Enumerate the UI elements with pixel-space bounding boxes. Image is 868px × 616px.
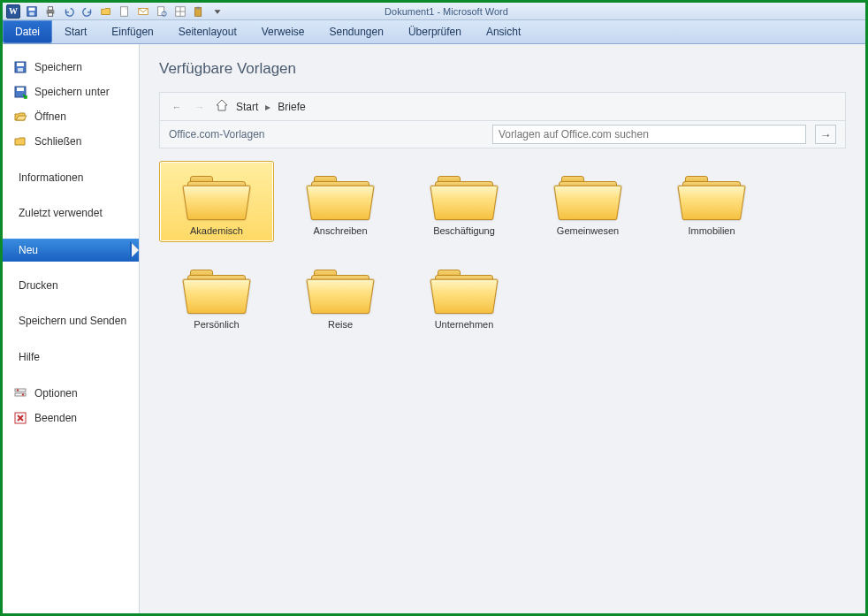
qat-undo-icon[interactable]: [61, 4, 77, 19]
template-label: Immobilien: [688, 225, 735, 236]
qat-open-icon[interactable]: [98, 4, 114, 19]
window-title: Dokument1 - Microsoft Word: [385, 6, 508, 17]
svg-rect-2: [29, 11, 34, 15]
svg-point-23: [22, 393, 24, 395]
sidebar-item-label: Zuletzt verwendet: [19, 207, 103, 221]
sidebar-item-schliessen[interactable]: Schließen: [3, 129, 139, 154]
folder-icon: [680, 171, 743, 222]
tab-einfuegen[interactable]: Einfügen: [99, 20, 165, 43]
sidebar-item-label: Speichern unter: [34, 86, 110, 98]
template-folder-persoenlich[interactable]: Persönlich: [159, 255, 274, 336]
template-folder-akademisch[interactable]: Akademisch: [159, 161, 274, 242]
sidebar-item-speichern-und-senden[interactable]: Speichern und Senden: [3, 309, 139, 334]
nav-back-icon[interactable]: ←: [169, 99, 185, 115]
saveas-icon: [13, 85, 27, 99]
tab-ueberpruefen[interactable]: Überprüfen: [396, 20, 474, 43]
sidebar-item-beenden[interactable]: Beenden: [3, 406, 139, 430]
svg-rect-14: [196, 6, 200, 9]
sidebar-item-zuletzt-verwendet[interactable]: Zuletzt verwendet: [3, 202, 139, 226]
backstage-sidebar: Speichern Speichern unter Öffnen Schließ…: [3, 44, 140, 613]
sidebar-item-label: Hilfe: [19, 351, 40, 363]
options-icon: [13, 386, 27, 400]
open-icon: [13, 110, 27, 124]
backstage-view: Speichern Speichern unter Öffnen Schließ…: [3, 44, 865, 613]
close-icon: [13, 134, 27, 148]
template-label: Anschreiben: [313, 225, 367, 236]
template-label: Persönlich: [194, 319, 239, 330]
qat-table-icon[interactable]: [172, 4, 188, 19]
template-folder-anschreiben[interactable]: Anschreiben: [283, 161, 398, 242]
qat-print-icon[interactable]: [42, 4, 58, 19]
sidebar-item-neu[interactable]: Neu: [3, 239, 139, 262]
sidebar-item-speichern-unter[interactable]: Speichern unter: [3, 80, 139, 104]
tab-seitenlayout[interactable]: Seitenlayout: [166, 20, 249, 43]
sidebar-item-label: Speichern: [34, 61, 82, 73]
search-input[interactable]: [492, 125, 806, 144]
folder-icon: [308, 171, 372, 222]
folder-icon: [185, 264, 248, 316]
titlebar: Dokument1 - Microsoft Word: [3, 3, 865, 20]
sidebar-item-label: Speichern und Senden: [19, 315, 126, 329]
qat-mail-icon[interactable]: [135, 4, 151, 19]
quick-access-toolbar: [24, 4, 225, 19]
qat-save-icon[interactable]: [24, 4, 40, 19]
search-row: Office.com-Vorlagen →: [159, 121, 846, 148]
qat-preview-icon[interactable]: [154, 4, 170, 19]
home-icon[interactable]: [215, 98, 229, 115]
qat-dropdown-icon[interactable]: [209, 4, 225, 19]
template-label: Gemeinwesen: [557, 225, 619, 236]
sidebar-item-oeffnen[interactable]: Öffnen: [3, 104, 139, 129]
sidebar-item-label: Informationen: [19, 171, 83, 184]
breadcrumb-home[interactable]: Start: [236, 101, 258, 113]
svg-rect-5: [48, 12, 52, 16]
template-label: Beschäftigung: [433, 225, 495, 236]
svg-rect-19: [17, 87, 24, 91]
search-go-button[interactable]: →: [815, 125, 836, 144]
template-label: Reise: [328, 319, 353, 330]
sidebar-item-label: Neu: [19, 244, 38, 256]
qat-new-icon[interactable]: [117, 4, 133, 19]
template-folder-beschaeftigung[interactable]: Beschäftigung: [407, 161, 522, 242]
save-icon: [13, 60, 27, 74]
search-label: Office.com-Vorlagen: [169, 128, 265, 141]
templates-grid: Akademisch Anschreiben Beschäftigung Gem…: [159, 161, 846, 336]
sidebar-item-hilfe[interactable]: Hilfe: [3, 346, 139, 369]
word-app-icon: [6, 4, 20, 19]
template-folder-immobilien[interactable]: Immobilien: [654, 161, 769, 242]
tab-ansicht[interactable]: Ansicht: [474, 20, 533, 43]
svg-rect-20: [15, 389, 26, 392]
template-folder-gemeinwesen[interactable]: Gemeinwesen: [530, 161, 645, 242]
tab-start[interactable]: Start: [52, 20, 99, 43]
nav-forward-icon[interactable]: →: [192, 99, 208, 115]
folder-icon: [432, 171, 496, 222]
template-folder-reise[interactable]: Reise: [283, 255, 398, 336]
qat-redo-icon[interactable]: [80, 4, 95, 19]
exit-icon: [13, 411, 27, 425]
breadcrumb-bar: ← → Start ▸ Briefe: [159, 92, 846, 121]
tab-datei[interactable]: Datei: [3, 20, 52, 43]
folder-icon: [308, 264, 372, 316]
sidebar-item-label: Beenden: [34, 412, 77, 424]
tab-verweise[interactable]: Verweise: [249, 20, 317, 43]
sidebar-item-label: Schließen: [34, 135, 81, 148]
panel-heading: Verfügbare Vorlagen: [159, 60, 846, 78]
sidebar-item-label: Drucken: [19, 279, 58, 292]
sidebar-item-label: Öffnen: [34, 110, 66, 123]
template-label: Unternehmen: [435, 319, 494, 330]
breadcrumb-current[interactable]: Briefe: [278, 101, 305, 113]
sidebar-item-speichern[interactable]: Speichern: [3, 55, 139, 80]
sidebar-item-informationen[interactable]: Informationen: [3, 166, 139, 189]
templates-panel: Verfügbare Vorlagen ← → Start ▸ Briefe O…: [140, 44, 865, 613]
tab-sendungen[interactable]: Sendungen: [316, 20, 395, 43]
svg-rect-21: [15, 393, 26, 396]
folder-icon: [185, 171, 248, 222]
qat-paste-icon[interactable]: [191, 4, 207, 19]
folder-icon: [556, 171, 620, 222]
sidebar-item-optionen[interactable]: Optionen: [3, 381, 139, 406]
sidebar-item-label: Optionen: [34, 387, 78, 399]
sidebar-item-drucken[interactable]: Drucken: [3, 274, 139, 297]
template-folder-unternehmen[interactable]: Unternehmen: [407, 255, 522, 336]
svg-rect-16: [17, 63, 24, 66]
svg-rect-8: [158, 6, 164, 15]
svg-rect-17: [18, 68, 23, 72]
